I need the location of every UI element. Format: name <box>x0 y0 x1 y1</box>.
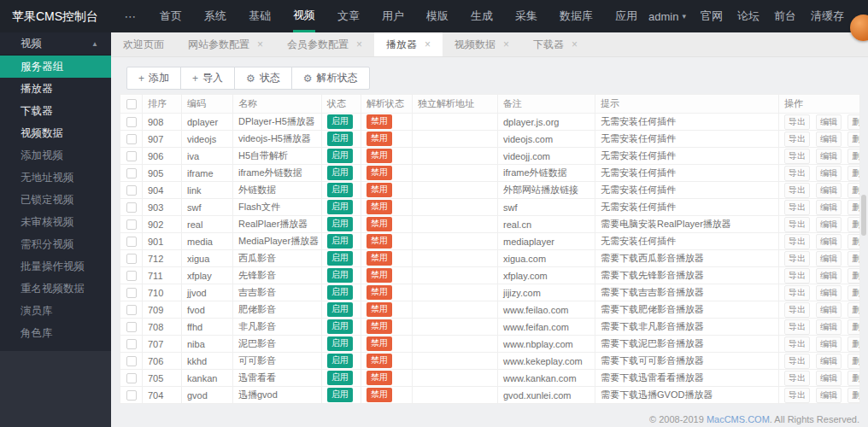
edit-button[interactable]: 编辑 <box>816 114 842 130</box>
delete-button[interactable]: 删除 <box>847 217 859 232</box>
edit-button[interactable]: 编辑 <box>816 302 842 318</box>
export-button[interactable]: 导出 <box>784 268 810 284</box>
row-checkbox[interactable] <box>126 237 137 247</box>
nav-item[interactable]: 基础 <box>249 0 271 32</box>
export-button[interactable]: 导出 <box>784 319 810 335</box>
delete-button[interactable]: 删除 <box>847 371 859 386</box>
export-button[interactable]: 导出 <box>784 336 810 352</box>
delete-button[interactable]: 删除 <box>847 268 859 284</box>
tab[interactable]: 视频数据 × <box>443 32 521 56</box>
tab-close-icon[interactable]: × <box>257 38 263 50</box>
row-checkbox[interactable] <box>126 134 137 144</box>
status-badge[interactable]: 启用 <box>327 302 353 317</box>
parse-status-badge[interactable]: 禁用 <box>367 132 392 146</box>
sidebar-item[interactable]: 演员库 <box>0 300 111 322</box>
tab[interactable]: 下载器 × <box>521 32 589 56</box>
delete-button[interactable]: 删除 <box>847 234 859 249</box>
row-checkbox[interactable] <box>126 288 137 298</box>
more-menu-icon[interactable]: ⋯ <box>113 0 149 32</box>
row-checkbox[interactable] <box>126 356 137 366</box>
status-badge[interactable]: 启用 <box>327 200 353 214</box>
row-checkbox[interactable] <box>126 339 137 349</box>
parse-status-badge[interactable]: 禁用 <box>367 354 392 368</box>
parse-status-badge[interactable]: 禁用 <box>367 149 392 163</box>
topbar-link[interactable]: 清缓存 <box>811 9 844 24</box>
nav-item[interactable]: 视频 <box>293 0 315 32</box>
parse-status-badge[interactable]: 禁用 <box>367 371 392 385</box>
row-checkbox[interactable] <box>126 185 137 196</box>
edit-button[interactable]: 编辑 <box>816 268 842 284</box>
export-button[interactable]: 导出 <box>784 149 810 164</box>
row-checkbox[interactable] <box>126 219 137 230</box>
row-checkbox[interactable] <box>126 168 137 178</box>
export-button[interactable]: 导出 <box>784 234 810 249</box>
parse-status-badge[interactable]: 禁用 <box>367 114 392 129</box>
sidebar-item[interactable]: 添加视频 <box>0 144 111 167</box>
edit-button[interactable]: 编辑 <box>816 149 842 164</box>
row-checkbox[interactable] <box>126 390 137 401</box>
row-checkbox[interactable] <box>126 305 137 315</box>
tab-close-icon[interactable]: × <box>503 38 509 50</box>
delete-button[interactable]: 删除 <box>847 132 859 147</box>
sidebar-item[interactable]: 批量操作视频 <box>0 255 111 278</box>
export-button[interactable]: 导出 <box>784 302 810 318</box>
edit-button[interactable]: 编辑 <box>816 388 842 403</box>
parse-status-badge[interactable]: 禁用 <box>367 234 392 249</box>
export-button[interactable]: 导出 <box>784 285 810 301</box>
topbar-link[interactable]: 前台 <box>774 9 796 24</box>
scrollbar-thumb[interactable] <box>861 195 866 236</box>
status-badge[interactable]: 启用 <box>327 371 353 385</box>
tab[interactable]: 欢迎页面 × <box>111 32 176 56</box>
nav-item[interactable]: 生成 <box>471 0 493 32</box>
parse-status-badge[interactable]: 禁用 <box>367 183 392 197</box>
tab[interactable]: 会员参数配置 × <box>275 32 374 56</box>
status-badge[interactable]: 启用 <box>327 166 353 180</box>
edit-button[interactable]: 编辑 <box>816 319 842 335</box>
delete-button[interactable]: 删除 <box>847 114 859 130</box>
topbar-link[interactable]: 官网 <box>701 9 723 24</box>
delete-button[interactable]: 删除 <box>847 149 859 164</box>
nav-item[interactable]: 应用 <box>615 0 637 32</box>
status-badge[interactable]: 启用 <box>327 149 353 163</box>
add-button[interactable]: + 添加 <box>126 67 181 90</box>
export-button[interactable]: 导出 <box>784 251 810 266</box>
status-badge[interactable]: 启用 <box>327 114 353 129</box>
delete-button[interactable]: 删除 <box>847 336 859 352</box>
nav-item[interactable]: 首页 <box>160 0 182 32</box>
export-button[interactable]: 导出 <box>784 166 810 181</box>
tab[interactable]: 播放器 × <box>374 32 443 56</box>
status-badge[interactable]: 启用 <box>327 354 353 368</box>
nav-item[interactable]: 系统 <box>204 0 226 32</box>
status-badge[interactable]: 启用 <box>327 251 353 266</box>
status-badge[interactable]: 启用 <box>327 336 353 351</box>
edit-button[interactable]: 编辑 <box>816 200 842 215</box>
delete-button[interactable]: 删除 <box>847 388 859 403</box>
export-button[interactable]: 导出 <box>784 183 810 198</box>
sidebar-item[interactable]: 未审核视频 <box>0 211 111 233</box>
parse-status-badge[interactable]: 禁用 <box>367 319 392 334</box>
delete-button[interactable]: 删除 <box>847 166 859 181</box>
select-all-checkbox[interactable] <box>126 99 137 109</box>
edit-button[interactable]: 编辑 <box>816 336 842 352</box>
nav-item[interactable]: 模版 <box>426 0 449 32</box>
export-button[interactable]: 导出 <box>784 388 810 403</box>
status-badge[interactable]: 启用 <box>327 285 353 300</box>
row-checkbox[interactable] <box>126 151 137 161</box>
tab-close-icon[interactable]: × <box>356 38 362 50</box>
row-checkbox[interactable] <box>126 322 137 332</box>
nav-item[interactable]: 用户 <box>382 0 404 32</box>
export-button[interactable]: 导出 <box>784 354 810 369</box>
delete-button[interactable]: 删除 <box>847 285 859 301</box>
delete-button[interactable]: 删除 <box>847 302 859 318</box>
edit-button[interactable]: 编辑 <box>816 354 842 369</box>
import-button[interactable]: + 导入 <box>180 67 235 90</box>
sidebar-group-video[interactable]: 视频 ▲ <box>0 32 111 56</box>
sidebar-item[interactable]: 下载器 <box>0 100 111 122</box>
status-badge[interactable]: 启用 <box>327 132 353 146</box>
sidebar-item[interactable]: 服务器组 <box>0 56 111 78</box>
status-badge[interactable]: 启用 <box>327 183 353 197</box>
edit-button[interactable]: 编辑 <box>816 251 842 266</box>
parse-status-badge[interactable]: 禁用 <box>367 302 392 317</box>
row-checkbox[interactable] <box>126 117 137 127</box>
user-menu[interactable]: admin ▾ <box>648 10 686 23</box>
